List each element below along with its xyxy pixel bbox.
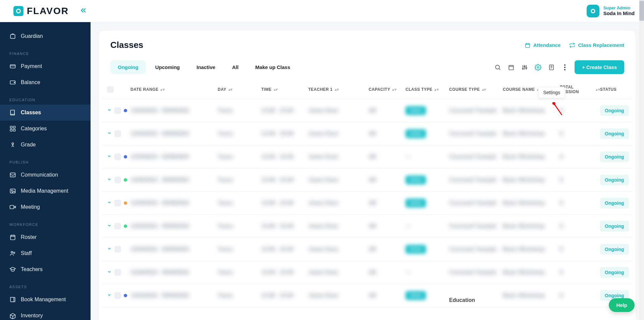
cell-day: Tuesu: [218, 293, 233, 298]
export-icon[interactable]: [548, 64, 555, 71]
sidebar-item-media[interactable]: Media Management: [0, 183, 91, 199]
replacement-link[interactable]: Class Replacement: [569, 42, 624, 48]
chevron-down-icon[interactable]: [107, 200, 112, 206]
help-button[interactable]: Help: [609, 298, 635, 312]
cell-time: 13:00 - 15:00: [261, 154, 293, 159]
cell-date-range: 12/04/2023 - 05/09/2024: [130, 223, 189, 229]
row-checkbox[interactable]: [114, 200, 121, 206]
sidebar-item-meeting[interactable]: Meeting: [0, 199, 91, 215]
cell-time: 13:00 - 15:00: [261, 108, 293, 113]
th-teacher[interactable]: TEACHER 1▴▾: [308, 87, 369, 92]
cell-total-session: 8: [560, 246, 563, 252]
attendance-link[interactable]: Attendance: [525, 42, 561, 48]
cell-course-name: Basic Workshop: [503, 293, 545, 298]
chevron-down-icon[interactable]: [107, 223, 112, 229]
table-row[interactable]: 12/04/2023 - 05/09/2024 Tuesu 13:00 - 15…: [102, 145, 632, 169]
cell-date-range: 12/04/2023 - 05/09/2024: [130, 131, 189, 136]
svg-point-20: [13, 252, 15, 253]
cell-teacher: Joane Doee: [308, 177, 338, 183]
table-row[interactable]: 12/04/2023 - 05/09/2024 Tuesu 13:00 - 15…: [102, 215, 632, 238]
tab-inactive[interactable]: Inactive: [189, 60, 223, 74]
calendar-icon[interactable]: [507, 64, 515, 71]
tab-label: All: [232, 64, 238, 70]
cell-total-session: 8: [560, 200, 563, 206]
svg-rect-5: [10, 35, 15, 39]
sidebar-item-book[interactable]: Book Management: [0, 292, 91, 308]
cell-time: 13:00 - 15:00: [261, 200, 293, 206]
svg-rect-14: [10, 173, 15, 177]
sidebar-item-staff[interactable]: Staff: [0, 245, 91, 261]
chevron-down-icon[interactable]: [107, 177, 112, 183]
row-checkbox[interactable]: [114, 153, 121, 160]
sidebar-item-categories[interactable]: Categories: [0, 121, 91, 137]
tab-label: Upcoming: [155, 64, 180, 70]
row-checkbox[interactable]: [114, 130, 121, 137]
th-course-type[interactable]: COURSE TYPE▴▾: [449, 87, 503, 92]
table-row[interactable]: 12/04/2023 - 05/09/2024 Tuesu 13:00 - 15…: [102, 284, 632, 307]
row-checkbox[interactable]: [114, 107, 121, 114]
sidebar-item-guardian[interactable]: Guardian: [0, 28, 91, 44]
cell-date-range: 12/04/2023 - 05/09/2024: [130, 177, 189, 183]
tab-upcoming[interactable]: Upcoming: [148, 60, 187, 74]
svg-rect-9: [10, 126, 12, 128]
table-row[interactable]: 12/04/2023 - 05/09/2024 Tuesu 13:00 - 15…: [102, 99, 632, 122]
table-row[interactable]: 12/04/2023 - 05/09/2024 Tuesu 13:00 - 15…: [102, 169, 632, 192]
th-day[interactable]: DAY▴▾: [218, 87, 261, 92]
sidebar-item-roster[interactable]: Roster: [0, 229, 91, 245]
th-time[interactable]: TIME▴▾: [261, 87, 308, 92]
create-class-button[interactable]: + Create Class: [575, 60, 624, 74]
tab-all[interactable]: All: [225, 60, 246, 74]
tab-ongoing[interactable]: Ongoing: [110, 60, 146, 74]
table-row[interactable]: 12/04/2023 - 05/09/2024 Tuesu 13:00 - 15…: [102, 261, 632, 284]
search-icon[interactable]: [494, 64, 501, 71]
cell-capacity: 4/8: [369, 131, 376, 136]
cell-course-name: Basic Workshop: [503, 200, 545, 206]
cell-class-type: Online: [406, 245, 426, 254]
sidebar-item-grade[interactable]: Grade: [0, 137, 91, 153]
filter-icon[interactable]: [521, 64, 528, 71]
sidebar-item-inventory[interactable]: Inventory: [0, 308, 91, 320]
sidebar-item-payment[interactable]: Payment: [0, 58, 91, 74]
more-icon[interactable]: [561, 64, 569, 71]
cell-course-name: Basic Workshop: [503, 246, 545, 252]
sidebar-item-label: Classes: [21, 110, 41, 116]
row-checkbox[interactable]: [114, 246, 121, 253]
row-checkbox[interactable]: [114, 177, 121, 183]
page-title: Classes: [110, 40, 143, 50]
row-checkbox[interactable]: [114, 269, 121, 276]
row-checkbox[interactable]: [114, 292, 121, 299]
sidebar-collapse-icon[interactable]: [80, 7, 87, 15]
sidebar-item-teachers[interactable]: Teachers: [0, 261, 91, 277]
table-row[interactable]: 12/04/2023 - 05/09/2024 Tuesu 13:00 - 15…: [102, 238, 632, 261]
chevron-down-icon[interactable]: [107, 131, 112, 137]
svg-rect-6: [10, 65, 15, 68]
status-badge: Ongoing: [600, 244, 629, 255]
table-row[interactable]: 12/04/2023 - 05/09/2024 Tuesu 13:00 - 15…: [102, 122, 632, 145]
th-capacity[interactable]: CAPACITY▴▾: [369, 87, 406, 92]
chevron-down-icon[interactable]: [107, 269, 112, 275]
cell-capacity: 4/8: [369, 177, 376, 183]
cell-date-range: 12/04/2023 - 05/09/2024: [130, 200, 189, 206]
sidebar-item-communication[interactable]: Communication: [0, 167, 91, 183]
cell-total-session: 8: [560, 131, 563, 136]
select-all-checkbox[interactable]: [107, 86, 114, 93]
chevron-down-icon[interactable]: [107, 108, 112, 114]
th-status[interactable]: STATUS: [600, 87, 644, 92]
table-row[interactable]: 12/04/2023 - 05/09/2024 Tuesu 13:00 - 15…: [102, 192, 632, 215]
tab-makeup[interactable]: Make up Class: [248, 60, 298, 74]
chevron-down-icon[interactable]: [107, 154, 112, 160]
scrollbar[interactable]: [639, 0, 644, 320]
cell-date-range: 12/04/2023 - 05/09/2024: [130, 108, 189, 113]
th-class-type[interactable]: CLASS TYPE▴▾: [406, 87, 449, 92]
chevron-down-icon[interactable]: [107, 293, 112, 299]
sidebar-item-balance[interactable]: Balance: [0, 74, 91, 90]
table: DATE RANGE▴▾ DAY▴▾ TIME▴▾ TEACHER 1▴▾ CA…: [99, 80, 636, 307]
settings-icon[interactable]: [534, 64, 542, 71]
th-date-range[interactable]: DATE RANGE▴▾: [130, 87, 218, 92]
chevron-down-icon[interactable]: [107, 246, 112, 252]
row-checkbox[interactable]: [114, 223, 121, 230]
user-area[interactable]: Super Admin Soda In Mind: [587, 5, 635, 17]
cell-teacher: Joane Doee: [308, 246, 338, 252]
th-total-session[interactable]: TOTAL SESSION▴▾: [560, 85, 600, 94]
sidebar-item-classes[interactable]: Classes: [0, 105, 91, 121]
